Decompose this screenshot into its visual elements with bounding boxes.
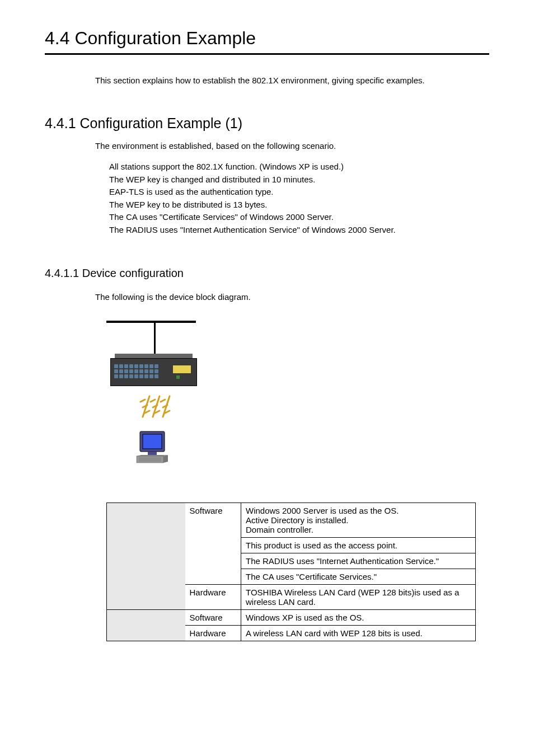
- detail-cell: The CA uses "Certificate Services.": [241, 569, 476, 584]
- wireless-signal-icon: [137, 392, 489, 425]
- drop-line: [154, 323, 156, 354]
- category-cell: Software: [185, 503, 241, 584]
- subsubsection-title: 4.4.1.1 Device configuration: [45, 267, 489, 280]
- scenario-item: The WEP key is changed and distributed i…: [109, 173, 489, 186]
- subsection-title: 4.4.1 Configuration Example (1): [45, 115, 489, 132]
- section-intro: This section explains how to establish t…: [95, 74, 489, 87]
- title-underline: [45, 53, 489, 55]
- scenario-item: The RADIUS uses "Internet Authentication…: [109, 224, 489, 237]
- section-title: 4.4 Configuration Example: [45, 28, 489, 49]
- computer-icon: [135, 430, 489, 469]
- detail-cell: A wireless LAN card with WEP 128 bits is…: [241, 625, 476, 641]
- svg-rect-1: [143, 434, 162, 449]
- access-point-device-icon: [110, 354, 197, 386]
- scenario-list: All stations support the 802.1X function…: [109, 161, 489, 236]
- table-row: Software Windows XP is used as the OS.: [107, 609, 476, 625]
- category-cell: Hardware: [185, 584, 241, 609]
- device-block-diagram: [106, 321, 489, 469]
- svg-rect-2: [148, 452, 157, 455]
- network-bus-line: [106, 321, 196, 323]
- svg-rect-3: [137, 456, 163, 463]
- detail-cell: Windows XP is used as the OS.: [241, 609, 476, 625]
- category-cell: Software: [185, 609, 241, 625]
- subsubsection-intro: The following is the device block diagra…: [95, 291, 489, 304]
- detail-cell: TOSHIBA Wireless LAN Card (WEP 128 bits)…: [241, 584, 476, 609]
- detail-cell: This product is used as the access point…: [241, 537, 476, 553]
- scenario-item: The WEP key to be distributed is 13 byte…: [109, 199, 489, 212]
- detail-cell: Windows 2000 Server is used as the OS. A…: [241, 503, 476, 537]
- scenario-item: All stations support the 802.1X function…: [109, 161, 489, 173]
- table-row: Software Windows 2000 Server is used as …: [107, 503, 476, 537]
- device-group-cell: [107, 609, 185, 641]
- category-cell: Hardware: [185, 625, 241, 641]
- scenario-item: EAP-TLS is used as the authentication ty…: [109, 186, 489, 199]
- device-config-table: Software Windows 2000 Server is used as …: [106, 503, 476, 641]
- device-group-cell: [107, 503, 185, 609]
- scenario-item: The CA uses "Certificate Services" of Wi…: [109, 211, 489, 224]
- subsection-intro: The environment is established, based on…: [95, 140, 489, 153]
- detail-cell: The RADIUS uses "Internet Authentication…: [241, 553, 476, 569]
